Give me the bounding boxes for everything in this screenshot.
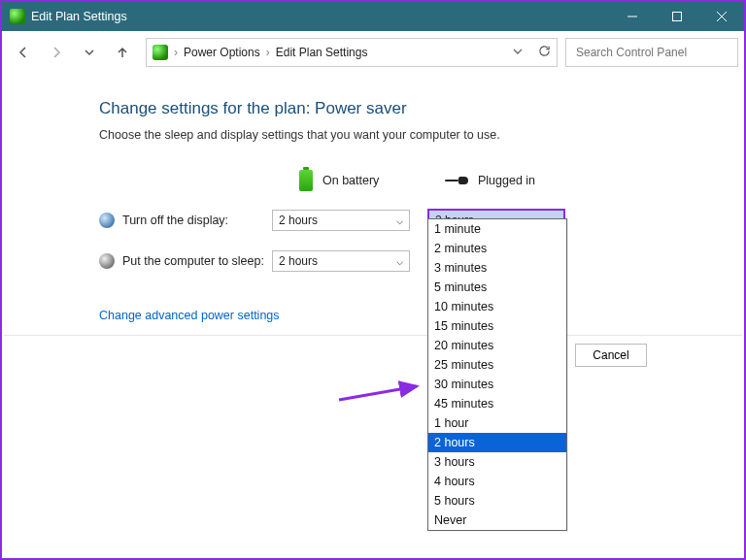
power-options-icon bbox=[153, 45, 168, 60]
duration-dropdown[interactable]: 1 minute2 minutes3 minutes5 minutes10 mi… bbox=[427, 218, 567, 531]
svg-rect-1 bbox=[673, 13, 682, 21]
dropdown-option[interactable]: 2 hours bbox=[428, 433, 566, 452]
column-label: Plugged in bbox=[478, 174, 535, 187]
annotation-arrow bbox=[337, 379, 424, 408]
dropdown-option[interactable]: 45 minutes bbox=[428, 394, 566, 413]
search-input[interactable] bbox=[574, 45, 724, 60]
app-icon bbox=[10, 9, 25, 24]
dropdown-option[interactable]: 15 minutes bbox=[428, 316, 566, 336]
maximize-button[interactable] bbox=[655, 2, 699, 31]
column-header-plugged-in: Plugged in bbox=[427, 161, 583, 200]
chevron-down-icon: ⌵ bbox=[396, 214, 403, 227]
dropdown-option[interactable]: 25 minutes bbox=[428, 355, 566, 375]
up-button[interactable] bbox=[107, 39, 138, 66]
window-title: Edit Plan Settings bbox=[31, 10, 610, 23]
column-header-battery: On battery bbox=[272, 161, 427, 200]
dropdown-option[interactable]: 1 minute bbox=[428, 219, 566, 239]
column-label: On battery bbox=[322, 174, 379, 187]
chevron-down-icon: ⌵ bbox=[396, 254, 403, 268]
dropdown-option[interactable]: 10 minutes bbox=[428, 297, 566, 316]
dropdown-option[interactable]: 30 minutes bbox=[428, 375, 566, 394]
dropdown-option[interactable]: 3 minutes bbox=[428, 258, 566, 278]
title-bar: Edit Plan Settings bbox=[2, 2, 744, 31]
dropdown-option[interactable]: 1 hour bbox=[428, 413, 566, 433]
address-dropdown-button[interactable] bbox=[513, 46, 523, 59]
chevron-right-icon: › bbox=[266, 46, 270, 59]
sleep-battery-select[interactable]: 2 hours ⌵ bbox=[272, 250, 410, 272]
refresh-button[interactable] bbox=[538, 45, 551, 60]
page-title: Change settings for the plan: Power save… bbox=[99, 99, 705, 118]
dropdown-option[interactable]: Never bbox=[428, 511, 566, 530]
row-label-display: Turn off the display: bbox=[99, 200, 272, 241]
close-button[interactable] bbox=[699, 2, 744, 31]
cancel-button[interactable]: Cancel bbox=[575, 344, 647, 367]
battery-icon bbox=[299, 170, 313, 191]
dropdown-option[interactable]: 4 hours bbox=[428, 472, 566, 491]
sleep-icon bbox=[99, 253, 115, 269]
button-bar-separator bbox=[4, 335, 742, 336]
plug-icon bbox=[445, 175, 468, 186]
breadcrumb-item[interactable]: Power Options bbox=[184, 46, 260, 59]
display-battery-select[interactable]: 2 hours ⌵ bbox=[272, 210, 410, 231]
dropdown-option[interactable]: 3 hours bbox=[428, 452, 566, 472]
back-button[interactable] bbox=[8, 39, 39, 66]
dropdown-option[interactable]: 20 minutes bbox=[428, 336, 566, 355]
minimize-button[interactable] bbox=[610, 2, 655, 31]
content-area: Change settings for the plan: Power save… bbox=[2, 74, 744, 322]
display-icon bbox=[99, 213, 115, 228]
dropdown-option[interactable]: 5 hours bbox=[428, 491, 566, 511]
dropdown-option[interactable]: 5 minutes bbox=[428, 278, 566, 297]
page-subtitle: Choose the sleep and display settings th… bbox=[99, 128, 705, 142]
address-bar[interactable]: › Power Options › Edit Plan Settings bbox=[146, 38, 558, 67]
row-label-sleep: Put the computer to sleep: bbox=[99, 241, 272, 281]
svg-line-6 bbox=[339, 386, 417, 400]
breadcrumb-item[interactable]: Edit Plan Settings bbox=[276, 46, 368, 59]
recent-locations-button[interactable] bbox=[74, 39, 105, 66]
forward-button[interactable] bbox=[41, 39, 72, 66]
select-value: 2 hours bbox=[279, 214, 318, 227]
nav-bar: › Power Options › Edit Plan Settings bbox=[2, 31, 744, 74]
chevron-right-icon: › bbox=[174, 46, 178, 59]
advanced-settings-link[interactable]: Change advanced power settings bbox=[99, 309, 705, 322]
button-bar: Cancel bbox=[575, 344, 647, 367]
search-box[interactable] bbox=[565, 38, 738, 67]
dropdown-option[interactable]: 2 minutes bbox=[428, 239, 566, 258]
select-value: 2 hours bbox=[279, 254, 318, 268]
